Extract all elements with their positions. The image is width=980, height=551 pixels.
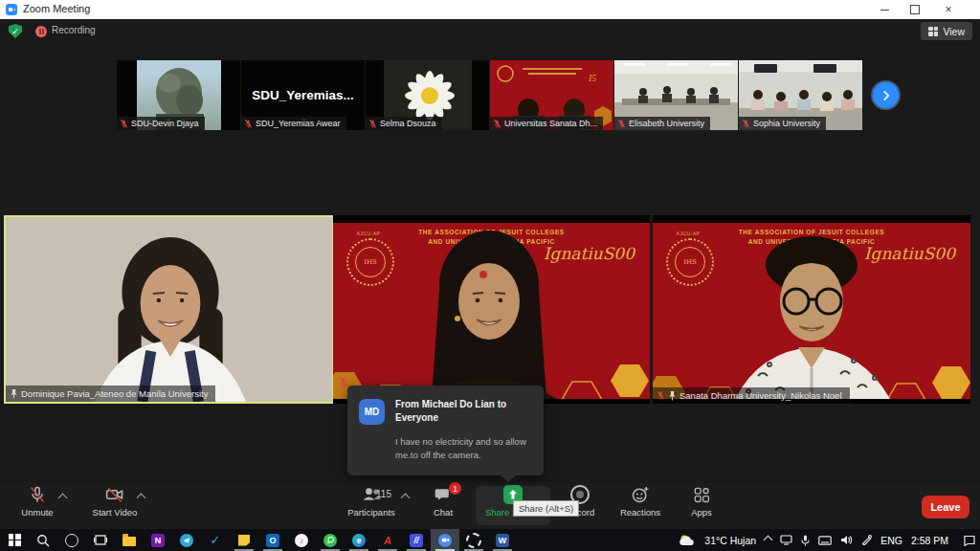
participant-name: Sanata Dharma University_Nikolas Noel [679, 390, 842, 401]
video-tile[interactable]: THE ASSOCIATION OF JESUIT COLLEGES AND U… [333, 215, 650, 404]
action-center-icon[interactable] [963, 535, 976, 546]
view-button[interactable]: View [921, 22, 972, 40]
task-view-button[interactable] [86, 529, 115, 551]
window-titlebar: Zoom Meeting × [0, 0, 980, 19]
sticky-notes-button[interactable] [230, 529, 258, 551]
zoom-taskbar-button[interactable] [431, 529, 459, 551]
chat-popup-title: From Michael Do Lian to Everyone [395, 398, 534, 425]
participant-video [6, 217, 332, 402]
participant-nameplate: Sophia University [739, 117, 826, 130]
leave-button[interactable]: Leave [922, 496, 969, 518]
minimize-button[interactable] [869, 0, 900, 19]
blue-slashes-app-button[interactable]: // [402, 529, 431, 551]
outlook-button[interactable]: O [258, 529, 287, 551]
windows-logo-icon [9, 534, 21, 546]
video-thumbnail[interactable]: Sophia University [739, 60, 862, 130]
file-explorer-icon [122, 537, 136, 546]
participant-nameplate: Selma Dsouza [366, 117, 442, 130]
participant-name: Universitas Sanata Dh... [504, 119, 597, 128]
tray-mic-icon[interactable] [801, 535, 810, 546]
participants-button[interactable]: Participants [337, 485, 406, 518]
word-button[interactable]: W [488, 529, 517, 551]
meeting-toolbar: ✓ Recording View [0, 19, 980, 43]
whatsapp-button[interactable] [316, 529, 345, 551]
participant-name: Selma Dsouza [380, 119, 436, 128]
unmute-button[interactable]: Unmute [13, 485, 61, 518]
participant-nameplate: Universitas Sanata Dh... [490, 117, 603, 130]
participant-name: SDU_Yeremias Awear [256, 119, 341, 128]
video-tile-active-speaker[interactable]: Dominique Pavia_Ateneo de Manila Univers… [4, 215, 334, 404]
video-tile[interactable]: THE ASSOCIATION OF JESUIT COLLEGES AND U… [653, 215, 970, 404]
settings-button[interactable] [459, 529, 488, 551]
cortana-button[interactable] [57, 529, 86, 551]
ajcu-backdrop: THE ASSOCIATION OF JESUIT COLLEGES AND U… [333, 223, 650, 399]
start-video-button[interactable]: Start Video [84, 485, 145, 518]
participant-nameplate: Sanata Dharma University_Nikolas Noel [653, 387, 850, 404]
windows-taskbar: N ✓ O ♪ e A // W 31°C Hujan ENG 2:58 PM [0, 529, 980, 551]
participant-nameplate: SDU_Yeremias Awear [241, 117, 346, 130]
whatsapp-icon [323, 534, 337, 547]
zoom-app-icon [6, 4, 17, 15]
zoom-icon [438, 534, 452, 547]
video-off-icon [104, 485, 125, 504]
video-thumbnail[interactable]: Selma Dsouza [366, 60, 489, 130]
participant-video [333, 223, 650, 399]
muted-mic-icon [493, 120, 501, 128]
video-thumbnail[interactable]: SDU-Devin Djaya [117, 60, 240, 130]
participant-name: Dominique Pavia_Ateneo de Manila Univers… [21, 388, 208, 399]
start-button[interactable] [0, 529, 29, 551]
itunes-icon: ♪ [295, 534, 308, 547]
reactions-button[interactable]: Reactions [611, 485, 670, 518]
app-slashes-icon: // [410, 534, 423, 547]
chat-popup-message: I have no electricity and so allow me.to… [395, 435, 538, 462]
meeting-info-shield-icon[interactable]: ✓ [9, 24, 22, 38]
acrobat-icon: A [384, 535, 391, 546]
participant-nameplate: Dominique Pavia_Ateneo de Manila Univers… [6, 386, 215, 402]
weather-text[interactable]: 31°C Hujan [704, 535, 756, 546]
volume-icon[interactable] [840, 535, 853, 545]
touch-keyboard-icon[interactable] [818, 536, 832, 545]
acrobat-button[interactable]: A [373, 529, 402, 551]
view-grid-icon [928, 27, 938, 36]
chat-label: Chat [434, 507, 453, 518]
telegram-button[interactable] [172, 529, 201, 551]
search-button[interactable] [29, 529, 57, 551]
video-thumbnail[interactable]: Elisabeth University [614, 60, 738, 130]
edge-button[interactable]: e [345, 529, 373, 551]
meet-now-icon[interactable] [780, 535, 792, 545]
recording-indicator-icon[interactable] [35, 26, 47, 37]
reactions-label: Reactions [620, 507, 660, 518]
maximize-button[interactable] [900, 0, 930, 19]
participants-label: Participants [347, 507, 395, 518]
muted-mic-icon [657, 391, 665, 400]
participant-nameplate: Elisabeth University [614, 117, 710, 130]
window-title: Zoom Meeting [23, 3, 90, 14]
tray-expand-chevron[interactable] [764, 536, 773, 545]
muted-mic-icon [368, 120, 377, 128]
chat-notification-popup[interactable]: MD From Michael Do Lian to Everyone I ha… [347, 386, 544, 475]
gear-icon [466, 533, 481, 548]
video-thumbnail[interactable]: I5 Universitas Sanata Dh... [490, 60, 613, 130]
clock[interactable]: 2:58 PM [911, 535, 948, 546]
apps-button[interactable]: Apps [681, 485, 722, 518]
file-explorer-button[interactable] [115, 529, 144, 551]
itunes-button[interactable]: ♪ [287, 529, 316, 551]
participant-nameplate: SDU-Devin Djaya [117, 117, 205, 130]
onenote-icon: N [151, 534, 165, 547]
todo-button[interactable]: ✓ [201, 529, 230, 551]
language-indicator[interactable]: ENG [880, 535, 902, 546]
pin-icon [668, 390, 677, 401]
muted-mic-icon [742, 120, 750, 128]
participant-name: Elisabeth University [629, 119, 704, 128]
next-page-button[interactable] [873, 82, 899, 108]
start-video-label: Start Video [93, 507, 138, 518]
video-thumbnail[interactable]: SDU_Yeremias... SDU_Yeremias Awear [241, 60, 365, 130]
muted-mic-icon [120, 120, 128, 128]
participant-name: SDU-Devin Djaya [131, 119, 199, 128]
reactions-smiley-icon [631, 485, 650, 504]
windows-ink-icon[interactable] [861, 535, 872, 545]
outlook-icon: O [266, 534, 279, 547]
close-button[interactable]: × [933, 0, 964, 19]
system-tray: 31°C Hujan ENG 2:58 PM [632, 529, 980, 551]
onenote-button[interactable]: N [144, 529, 172, 551]
